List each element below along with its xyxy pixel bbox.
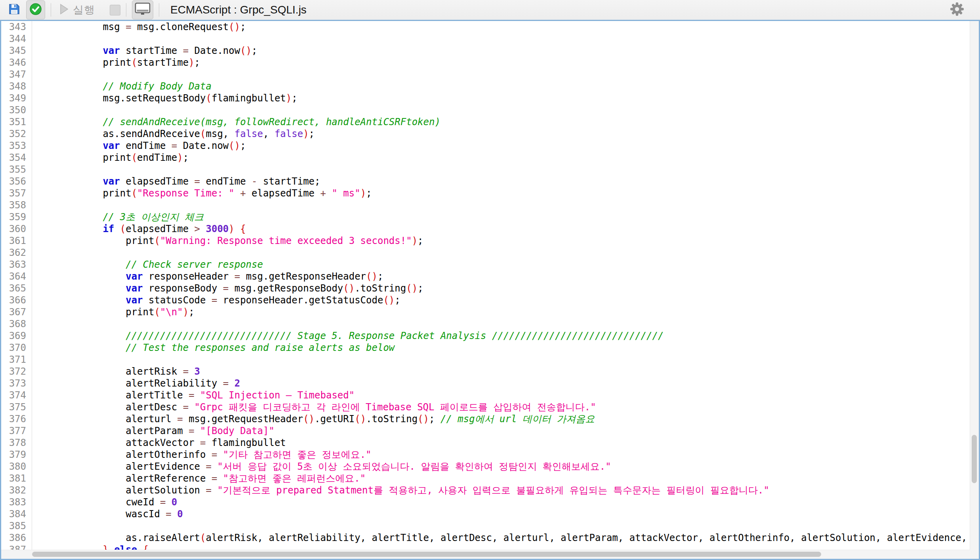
run-button-label: 실행 [73, 3, 95, 17]
stop-button[interactable] [110, 5, 120, 15]
line-number: 358 [1, 199, 32, 211]
monitor-console-icon [135, 2, 151, 17]
line-number: 352 [1, 128, 32, 140]
code-text[interactable] [32, 520, 970, 532]
line-number: 355 [1, 164, 32, 175]
check-circle-icon [29, 2, 42, 17]
code-text[interactable]: alertReference = "참고하면 좋은 레퍼런스에요." [32, 472, 970, 484]
line-number: 383 [1, 496, 32, 508]
code-line: 384 wascId = 0 [1, 508, 970, 520]
code-text[interactable]: var endTime = Date.now(); [32, 140, 970, 152]
code-text[interactable]: ///////////////////////////// Stage 5. R… [32, 330, 970, 342]
code-viewport[interactable]: 343 msg = msg.cloneRequest();344345 var … [1, 21, 970, 550]
save-button[interactable] [6, 1, 23, 19]
gutter-divider [32, 21, 32, 550]
code-line: 343 msg = msg.cloneRequest(); [1, 21, 970, 33]
code-text[interactable]: alertOtherinfo = "기타 참고하면 좋은 정보에요." [32, 449, 970, 461]
gear-icon [950, 2, 964, 18]
line-number: 374 [1, 389, 32, 401]
code-text[interactable]: print(startTime); [32, 57, 970, 69]
code-text[interactable]: cweId = 0 [32, 496, 970, 508]
code-text[interactable] [32, 69, 970, 80]
code-text[interactable] [32, 33, 970, 45]
horizontal-scrollbar[interactable] [1, 550, 970, 559]
line-number: 381 [1, 472, 32, 484]
vertical-scrollbar-thumb[interactable] [972, 435, 977, 483]
code-text[interactable]: print("\n"); [32, 306, 970, 318]
line-number: 367 [1, 306, 32, 318]
code-text[interactable]: var statusCode = responseHeader.getStatu… [32, 294, 970, 306]
line-number: 364 [1, 270, 32, 282]
play-icon [59, 4, 69, 16]
code-line: 377 alertParam = "[Body Data]" [1, 425, 970, 437]
code-text[interactable]: alertRisk = 3 [32, 366, 970, 377]
code-text[interactable] [32, 164, 970, 175]
code-line: 357 print("Response Time: " + elapsedTim… [1, 187, 970, 199]
line-number: 373 [1, 377, 32, 389]
code-line: 381 alertReference = "참고하면 좋은 레퍼런스에요." [1, 472, 970, 484]
code-text[interactable]: // Check server response [32, 259, 970, 270]
line-number: 354 [1, 152, 32, 164]
code-line: 354 print(endTime); [1, 152, 970, 164]
toolbar-separator [51, 3, 51, 17]
code-text[interactable]: wascId = 0 [32, 508, 970, 520]
run-button[interactable]: 실행 [57, 1, 98, 19]
code-text[interactable]: msg.setRequestBody(flamingbullet); [32, 92, 970, 104]
code-text[interactable]: alertDesc = "Grpc 패킷을 디코딩하고 각 라인에 Timeba… [32, 401, 970, 413]
code-text[interactable]: // Test the responses and raise alerts a… [32, 342, 970, 354]
code-text[interactable]: print("Warning: Response time exceeded 3… [32, 235, 970, 247]
code-line: 367 print("\n"); [1, 306, 970, 318]
line-number: 366 [1, 294, 32, 306]
code-text[interactable]: alertReliability = 2 [32, 377, 970, 389]
code-text[interactable]: var responseBody = msg.getResponseBody()… [32, 282, 970, 294]
code-text[interactable]: as.sendAndReceive(msg, false, false); [32, 128, 970, 140]
code-text[interactable]: var startTime = Date.now(); [32, 45, 970, 57]
code-text[interactable]: var elapsedTime = endTime - startTime; [32, 175, 970, 187]
line-number: 351 [1, 116, 32, 128]
line-number: 361 [1, 235, 32, 247]
code-text[interactable] [32, 318, 970, 330]
save-icon [8, 3, 20, 17]
code-text[interactable] [32, 104, 970, 116]
code-text[interactable]: as.raiseAlert(alertRisk, alertReliabilit… [32, 532, 970, 544]
code-text[interactable]: alertSolution = "기본적으로 prepared Statment… [32, 484, 970, 496]
code-text[interactable]: alertTitle = "SQL Injection – Timebased" [32, 389, 970, 401]
toolbar: 실행 ECMAScript : Grpc_SQLI.js [0, 0, 980, 20]
line-number: 353 [1, 140, 32, 152]
line-number: 378 [1, 437, 32, 449]
code-line: 359 // 3초 이상인지 체크 [1, 211, 970, 223]
code-text[interactable]: var responseHeader = msg.getResponseHead… [32, 270, 970, 282]
code-line: 380 alertEvidence = "서버 응답 값이 5초 이상 소요되었… [1, 461, 970, 472]
scrollbar-corner [970, 550, 979, 559]
code-line: 350 [1, 104, 970, 116]
code-text[interactable]: if (elapsedTime > 3000) { [32, 223, 970, 235]
code-text[interactable] [32, 354, 970, 366]
code-text[interactable]: alertEvidence = "서버 응답 값이 5초 이상 소요되었습니다.… [32, 461, 970, 472]
code-text[interactable]: // 3초 이상인지 체크 [32, 211, 970, 223]
code-text[interactable]: print("Response Time: " + elapsedTime + … [32, 187, 970, 199]
code-text[interactable]: msg = msg.cloneRequest(); [32, 21, 970, 33]
code-text[interactable]: alerturl = msg.getRequestHeader().getURI… [32, 413, 970, 425]
code-text[interactable]: // sendAndReceive(msg, followRedirect, h… [32, 116, 970, 128]
validate-script-button[interactable] [26, 0, 45, 19]
code-text[interactable]: alertParam = "[Body Data]" [32, 425, 970, 437]
line-number: 362 [1, 247, 32, 259]
line-number: 380 [1, 461, 32, 472]
code-line: 365 var responseBody = msg.getResponseBo… [1, 282, 970, 294]
horizontal-scrollbar-thumb[interactable] [32, 552, 821, 557]
code-text[interactable]: attackVector = flamingbullet [32, 437, 970, 449]
code-line: 374 alertTitle = "SQL Injection – Timeba… [1, 389, 970, 401]
vertical-scrollbar[interactable] [970, 21, 979, 550]
console-panel-button[interactable] [132, 0, 153, 19]
code-text[interactable]: // Modify Body Data [32, 80, 970, 92]
code-text[interactable]: print(endTime); [32, 152, 970, 164]
code-line: 356 var elapsedTime = endTime - startTim… [1, 175, 970, 187]
settings-button[interactable] [950, 2, 964, 18]
code-line: 369 ///////////////////////////// Stage … [1, 330, 970, 342]
code-text[interactable] [32, 247, 970, 259]
code-text[interactable] [32, 199, 970, 211]
line-number: 350 [1, 104, 32, 116]
line-number: 371 [1, 354, 32, 366]
script-console-window: 실행 ECMAScript : Grpc_SQLI.js [0, 0, 980, 560]
code-text[interactable]: } else { [32, 544, 970, 550]
